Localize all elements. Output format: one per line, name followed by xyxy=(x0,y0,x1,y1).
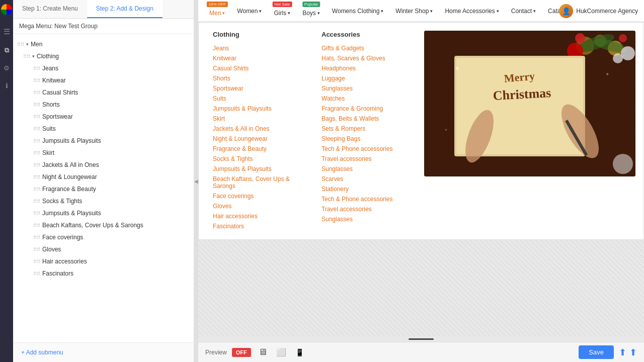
tree-item-jackets[interactable]: ⠿⠿ Jackets & All in Ones xyxy=(13,159,194,171)
mega-col-clothing-item[interactable]: Fragrance & Beauty xyxy=(213,144,309,154)
tree-item-label: Jeans xyxy=(42,65,58,72)
tree-item-jumpsuits[interactable]: ⠿⠿ Jumpsuits & Playsuits xyxy=(13,135,194,147)
nav-item-womens-clothing[interactable]: Womens Clothing ▾ xyxy=(327,5,389,18)
mega-col-accessories-item[interactable]: Fragrance & Grooming xyxy=(321,104,418,114)
mega-col-clothing-item[interactable]: Jumpsuits & Playsuits xyxy=(213,164,309,174)
info-icon[interactable]: ℹ xyxy=(6,82,8,89)
tree-item-skirt[interactable]: ⠿⠿ Skirt xyxy=(13,147,194,159)
mega-col-accessories-item[interactable]: Hats, Scarves & Gloves xyxy=(321,53,418,63)
tree-item-hair-accessories[interactable]: ⠿⠿ Hair accessories xyxy=(13,255,194,267)
nav-item-boys[interactable]: Popular Boys ▾ xyxy=(297,3,325,20)
tree-item-jumpsuits2[interactable]: ⠿⠿ Jumpsuits & Playsuits xyxy=(13,207,194,219)
tree-item-sportswear[interactable]: ⠿⠿ Sportswear xyxy=(13,111,194,123)
tree-item-fragrance-beauty[interactable]: ⠿⠿ Fragrance & Beauty xyxy=(13,183,194,195)
drag-handle: ⠿⠿ xyxy=(33,150,40,156)
mega-col-clothing-item[interactable]: Hair accessories xyxy=(213,211,309,221)
mega-col-clothing: Clothing Jeans Knitwear Casual Shirts Sh… xyxy=(207,31,315,231)
nav-arrow-contact: ▾ xyxy=(533,9,536,14)
save-button[interactable]: Save xyxy=(579,345,614,359)
mega-col-clothing-item[interactable]: Fascinators xyxy=(213,221,309,231)
drag-handle: ⠿⠿ xyxy=(33,66,40,71)
tree-item-clothing[interactable]: ⠿⠿ ▾ Clothing xyxy=(13,50,194,62)
mega-col-clothing-item[interactable]: Casual Shirts xyxy=(213,63,309,73)
mega-col-accessories-item[interactable]: Luggage xyxy=(321,73,418,83)
nav-item-home-accessories[interactable]: Home Accessories ▾ xyxy=(440,5,504,18)
mega-col-accessories-item[interactable]: Travel accessories xyxy=(321,154,418,164)
mega-col-clothing-item[interactable]: Knitwear xyxy=(213,53,309,63)
mega-col-clothing-item[interactable]: Beach Kaftans, Cover Ups & Sarongs xyxy=(213,174,309,191)
drag-handle: ⠿⠿ xyxy=(33,211,40,216)
svg-text:✦: ✦ xyxy=(444,128,448,132)
tree-item-night-loungewear[interactable]: ⠿⠿ Night & Loungewear xyxy=(13,171,194,183)
mega-col-clothing-item[interactable]: Sportswear xyxy=(213,83,309,94)
user-profile[interactable]: 👤 HukCommerce Agency xyxy=(559,4,638,18)
layers-icon[interactable]: ⧉ xyxy=(5,46,9,54)
mega-col-clothing-item[interactable]: Jeans xyxy=(213,43,309,53)
tree-item-jeans[interactable]: ⠿⠿ Jeans xyxy=(13,62,194,74)
tree-item-label: Jumpsuits & Playsuits xyxy=(42,137,101,144)
user-name: HukCommerce Agency xyxy=(576,8,638,15)
tab-step2[interactable]: Step 2: Add & Design xyxy=(87,0,163,18)
mega-col-clothing-item[interactable]: Socks & Tights xyxy=(213,154,309,164)
mega-col-accessories-item[interactable]: Sunglasses xyxy=(321,164,418,174)
mega-col-accessories-item[interactable]: Sets & Rompers xyxy=(321,124,418,134)
nav-arrow-women: ▾ xyxy=(259,9,262,14)
mega-col-accessories-item[interactable]: Sunglasses xyxy=(321,214,418,224)
tree-item-face-coverings[interactable]: ⠿⠿ Face coverings xyxy=(13,231,194,243)
mobile-icon[interactable]: 📱 xyxy=(293,347,306,357)
nav-item-girls[interactable]: Hot Sale Girls ▾ xyxy=(269,3,295,20)
desktop-icon[interactable]: 🖥 xyxy=(256,346,269,358)
mega-col-clothing-item[interactable]: Face coverings xyxy=(213,191,309,201)
mega-col-accessories-item[interactable]: Stationery xyxy=(321,184,418,194)
settings-icon[interactable]: ⚙ xyxy=(4,64,10,72)
nav-label-girls: Girls xyxy=(274,10,286,17)
mega-col-clothing-item[interactable]: Shorts xyxy=(213,73,309,83)
add-submenu-button[interactable]: + Add submenu xyxy=(19,347,65,358)
nav-item-men[interactable]: 10% OFF Men ▾ xyxy=(204,3,230,20)
mega-col-accessories-item[interactable]: Travel accessories xyxy=(321,204,418,214)
panel-resize-handle[interactable]: ◀ xyxy=(194,0,198,362)
mega-col-accessories-item[interactable]: Sleeping Bags xyxy=(321,134,418,144)
hamburger-icon[interactable]: ☰ xyxy=(4,27,10,36)
tree-item-gloves[interactable]: ⠿⠿ Gloves xyxy=(13,243,194,255)
mega-col-accessories-item[interactable]: Bags, Belts & Wallets xyxy=(321,114,418,124)
tablet-icon[interactable]: ⬜ xyxy=(274,346,288,358)
mega-col-clothing-item[interactable]: Gloves xyxy=(213,201,309,211)
mega-col-clothing-item[interactable]: Jumpsuits & Playsuits xyxy=(213,104,309,114)
mega-col-accessories-item[interactable]: Watches xyxy=(321,94,418,104)
mega-col-clothing-item[interactable]: Skirt xyxy=(213,114,309,124)
export-icon-2[interactable]: ⬆ xyxy=(629,347,637,358)
mega-col-clothing-item[interactable]: Jackets & All in Ones xyxy=(213,124,309,134)
export-icon-1[interactable]: ⬆ xyxy=(619,347,626,358)
tree-item-knitwear[interactable]: ⠿⠿ Knitwear xyxy=(13,74,194,86)
mega-col-accessories-item[interactable]: Tech & Phone accessories xyxy=(321,194,418,204)
drag-handle: ⠿⠿ xyxy=(33,162,40,168)
tab-indicator-wrap xyxy=(198,336,644,342)
tree-item-suits[interactable]: ⠿⠿ Suits xyxy=(13,123,194,135)
nav-item-women[interactable]: Women ▾ xyxy=(232,5,267,18)
tree-item-beach-kaftans[interactable]: ⠿⠿ Beach Kaftans, Cover Ups & Sarongs xyxy=(13,219,194,231)
nav-label-winter-shop: Winter Shop xyxy=(395,8,429,15)
tree-item-label: Fascinators xyxy=(42,270,73,277)
mega-col-accessories-item[interactable]: Gifts & Gadgets xyxy=(321,43,418,53)
mega-col-clothing-item[interactable]: Suits xyxy=(213,94,309,104)
mega-col-accessories-item[interactable]: Scarves xyxy=(321,174,418,184)
tree-item-socks-tights[interactable]: ⠿⠿ Socks & Tights xyxy=(13,195,194,207)
tab-step1[interactable]: Step 1: Create Menu xyxy=(13,0,87,18)
tree-item-casual-shirts[interactable]: ⠿⠿ Casual Shirts xyxy=(13,86,194,99)
preview-toggle[interactable]: OFF xyxy=(232,348,251,357)
mega-col-accessories-item[interactable]: Sunglasses xyxy=(321,83,418,94)
drag-handle: ⠿⠿ xyxy=(33,138,40,144)
drag-handle: ⠿⠿ xyxy=(33,187,40,192)
mega-col-accessories-item[interactable]: Tech & Phone accessories xyxy=(321,144,418,154)
nav-item-contact[interactable]: Contact ▾ xyxy=(506,5,541,18)
tree-item-shorts[interactable]: ⠿⠿ Shorts xyxy=(13,99,194,111)
mega-col-clothing-item[interactable]: Night & Loungewear xyxy=(213,134,309,144)
nav-item-winter-shop[interactable]: Winter Shop ▾ xyxy=(390,5,438,18)
tree-item-label: Suits xyxy=(42,125,56,132)
tree-item-fascinators[interactable]: ⠿⠿ Fascinators xyxy=(13,267,194,280)
canvas-background xyxy=(198,240,644,336)
nav-label-men: Men xyxy=(209,10,221,17)
mega-col-accessories-item[interactable]: Headphones xyxy=(321,63,418,73)
tree-item-men[interactable]: ⠿⠿ ▾ Men xyxy=(13,38,194,50)
